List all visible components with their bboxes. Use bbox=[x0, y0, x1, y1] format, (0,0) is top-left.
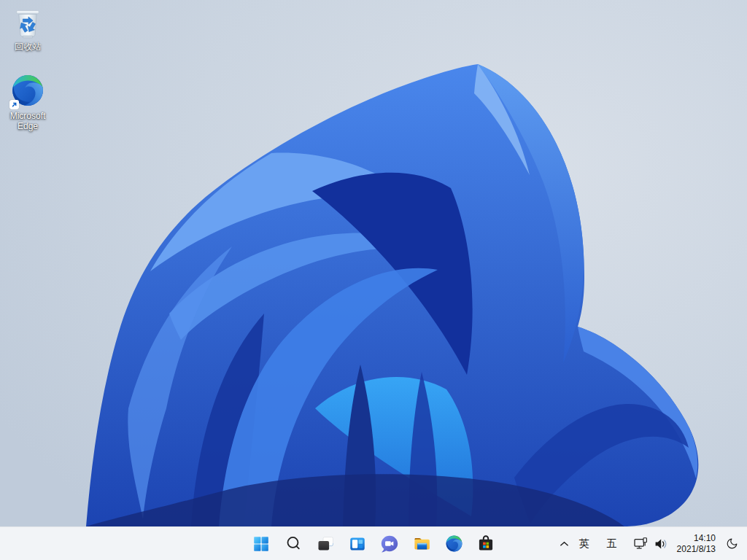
crescent-moon-icon bbox=[726, 537, 738, 550]
clock-button[interactable]: 14:10 2021/8/13 bbox=[677, 533, 716, 555]
focus-assist-button[interactable] bbox=[721, 530, 742, 558]
wallpaper-bloom bbox=[0, 0, 747, 560]
taskbar-search-button[interactable] bbox=[279, 529, 308, 559]
wired-network-icon bbox=[634, 537, 649, 550]
search-icon bbox=[285, 534, 303, 553]
desktop-icon-recycle-bin[interactable]: 回收站 bbox=[0, 7, 55, 52]
windows-start-icon bbox=[252, 535, 270, 553]
clock-time: 14:10 bbox=[677, 533, 716, 544]
taskbar-chat-button[interactable] bbox=[375, 529, 404, 559]
task-view-icon bbox=[317, 534, 335, 553]
taskbar-file-explorer-button[interactable] bbox=[407, 529, 436, 559]
system-tray: 英 五 14:10 2021/8/13 bbox=[556, 527, 747, 560]
taskbar: 英 五 14:10 2021/8/13 bbox=[0, 526, 747, 560]
edge-logo-icon bbox=[10, 73, 45, 108]
shortcut-arrow-icon bbox=[9, 100, 19, 109]
ime-language-button[interactable]: 英 bbox=[575, 530, 594, 558]
taskbar-store-button[interactable] bbox=[471, 529, 500, 559]
show-hidden-icons-button[interactable] bbox=[556, 530, 573, 558]
chevron-up-icon bbox=[560, 541, 569, 547]
taskbar-widgets-button[interactable] bbox=[343, 529, 372, 559]
network-button[interactable] bbox=[632, 530, 651, 558]
clock-date: 2021/8/13 bbox=[677, 544, 716, 555]
taskbar-start-button[interactable] bbox=[247, 529, 276, 559]
teams-chat-icon bbox=[379, 534, 400, 554]
ime-layout-label: 五 bbox=[607, 537, 617, 551]
taskbar-edge-button[interactable] bbox=[439, 529, 468, 559]
widgets-icon bbox=[348, 534, 367, 553]
taskbar-task-view-button[interactable] bbox=[311, 529, 340, 559]
recycle-bin-icon bbox=[14, 7, 42, 39]
edge-logo-icon bbox=[445, 534, 463, 553]
volume-button[interactable] bbox=[652, 530, 670, 558]
taskbar-center-buttons bbox=[247, 527, 500, 560]
windows-desktop: { "desktop": { "icons": [ { "id": "recyc… bbox=[0, 0, 747, 560]
ime-layout-button[interactable]: 五 bbox=[603, 530, 622, 558]
ime-language-label: 英 bbox=[579, 537, 589, 551]
speaker-icon bbox=[654, 538, 667, 550]
store-bag-icon bbox=[476, 534, 495, 553]
desktop-icon-label: Microsoft Edge bbox=[4, 112, 51, 132]
desktop-icon-microsoft-edge[interactable]: Microsoft Edge bbox=[0, 73, 55, 132]
desktop-icon-label: 回收站 bbox=[15, 42, 41, 52]
folder-icon bbox=[412, 534, 432, 553]
